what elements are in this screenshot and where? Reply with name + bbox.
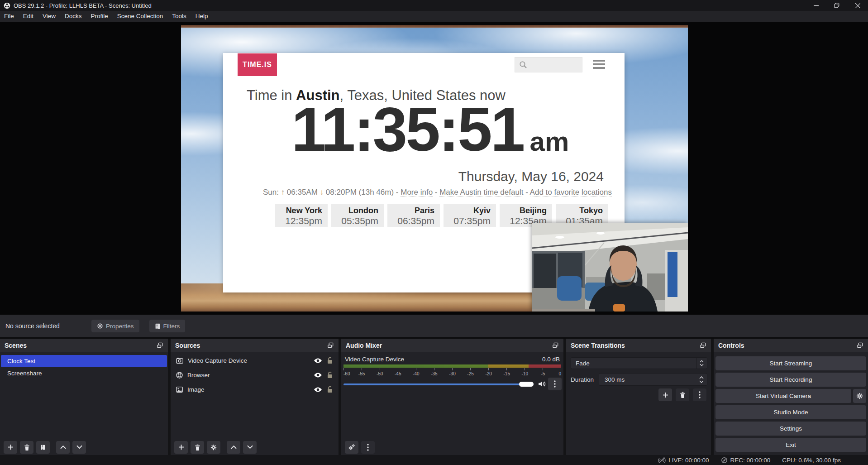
source-item-browser[interactable]: Browser [171, 368, 339, 382]
meter-scale: -60 -55 -50 -45 -40 -35 -30 -25 -20 -15 … [343, 371, 561, 377]
visibility-eye-icon[interactable] [314, 372, 322, 378]
volume-slider-handle[interactable] [519, 382, 534, 387]
menu-help[interactable]: Help [191, 11, 213, 22]
settings-button[interactable]: Settings [715, 422, 866, 436]
preview-workspace: TIME.IS Time in Austin, Texas, United St… [0, 22, 868, 315]
duration-spin-arrows[interactable] [696, 376, 707, 383]
desert-top-edge [181, 25, 688, 28]
menu-edit[interactable]: Edit [19, 11, 38, 22]
obs-window: OBS 29.1.2 - Profile: LLHLS BETA - Scene… [0, 0, 868, 465]
popout-icon[interactable] [552, 342, 559, 349]
source-move-up-button[interactable] [227, 441, 240, 454]
lock-icon[interactable] [327, 357, 333, 364]
scene-item-screenshare[interactable]: Screenshare [1, 367, 167, 379]
more-info-link[interactable]: More info [401, 188, 433, 197]
popout-icon[interactable] [157, 342, 163, 349]
audio-mixer-panel: Audio Mixer Video Capture Device 0.0 dB … [341, 339, 563, 455]
webcam-overlay[interactable] [532, 223, 688, 312]
make-default-link[interactable]: Make Austin time default [439, 188, 523, 197]
source-item-image[interactable]: Image [171, 382, 339, 397]
city-time-box[interactable]: Kyiv 07:35pm [444, 204, 496, 227]
minimize-button[interactable] [806, 0, 826, 11]
sources-panel: Sources Video Capture Device [171, 339, 339, 455]
remove-source-button[interactable] [191, 441, 204, 454]
start-virtual-camera-button[interactable]: Start Virtual Camera [715, 389, 851, 403]
menu-scene-collection[interactable]: Scene Collection [113, 11, 167, 22]
search-icon [519, 61, 527, 69]
menu-tools[interactable]: Tools [167, 11, 191, 22]
scene-filters-button[interactable] [36, 441, 50, 454]
city-time-box[interactable]: London 05:35pm [331, 204, 384, 227]
advanced-audio-button[interactable] [345, 441, 358, 454]
controls-title: Controls [718, 342, 744, 349]
lock-icon[interactable] [327, 371, 333, 379]
camera-icon [176, 358, 183, 364]
close-button[interactable] [847, 0, 868, 11]
volume-slider[interactable] [343, 384, 534, 385]
exit-button[interactable]: Exit [715, 438, 866, 452]
source-move-down-button[interactable] [243, 441, 257, 454]
menu-view[interactable]: View [38, 11, 60, 22]
scene-move-down-button[interactable] [72, 441, 86, 454]
record-inactive-icon [721, 457, 728, 464]
volume-meter: -60 -55 -50 -45 -40 -35 -30 -25 -20 -15 … [343, 364, 561, 377]
popout-icon[interactable] [700, 342, 706, 349]
filters-icon [155, 323, 161, 330]
mixer-options-button[interactable] [548, 378, 562, 390]
transition-options-button[interactable] [693, 388, 706, 401]
transition-select[interactable]: Fade [571, 357, 707, 369]
clock-meridiem: am [530, 126, 569, 157]
studio-mode-button[interactable]: Studio Mode [715, 405, 866, 419]
scene-move-up-button[interactable] [56, 441, 70, 454]
audio-mixer-title: Audio Mixer [346, 342, 382, 349]
source-item-video-capture[interactable]: Video Capture Device [171, 353, 339, 368]
start-recording-button[interactable]: Start Recording [715, 373, 866, 387]
search-input[interactable] [530, 61, 580, 68]
menu-docks[interactable]: Docks [60, 11, 86, 22]
popout-icon[interactable] [857, 342, 863, 349]
city-time-box[interactable]: New York 12:35pm [275, 204, 328, 227]
sources-toolbar [171, 439, 339, 455]
speaker-icon[interactable] [538, 380, 546, 388]
add-transition-button[interactable] [658, 388, 672, 401]
scene-transitions-title: Scene Transitions [571, 342, 625, 349]
timeis-search-box[interactable] [515, 57, 582, 72]
restore-button[interactable] [826, 0, 847, 11]
virtual-camera-settings-button[interactable] [853, 389, 866, 403]
scenes-toolbar [0, 439, 168, 455]
start-streaming-button[interactable]: Start Streaming [715, 356, 866, 370]
add-favorite-link[interactable]: Add to favorite locations [530, 188, 612, 197]
program-preview[interactable]: TIME.IS Time in Austin, Texas, United St… [181, 25, 688, 312]
lock-icon[interactable] [327, 386, 333, 393]
menu-bar: File Edit View Docks Profile Scene Colle… [0, 11, 868, 22]
add-source-button[interactable] [174, 441, 188, 454]
transition-select-arrows[interactable] [696, 358, 707, 369]
duration-label: Duration [571, 376, 599, 383]
live-time: LIVE: 00:00:00 [668, 457, 709, 464]
visibility-eye-icon[interactable] [314, 358, 322, 364]
mixer-toolbar [341, 439, 563, 455]
menu-file[interactable]: File [0, 11, 19, 22]
source-status-text: No source selected [5, 322, 91, 330]
mixer-menu-button[interactable] [361, 441, 375, 454]
add-scene-button[interactable] [4, 441, 17, 454]
controls-panel: Controls Start Streaming Start Recording… [714, 339, 868, 455]
timeis-logo: TIME.IS [238, 53, 277, 76]
popout-icon[interactable] [327, 342, 334, 349]
gear-icon [97, 323, 103, 329]
city-time-box[interactable]: Paris 06:35pm [387, 204, 440, 227]
visibility-eye-icon[interactable] [314, 387, 322, 393]
source-properties-button[interactable] [207, 441, 220, 454]
menu-profile[interactable]: Profile [86, 11, 113, 22]
properties-button[interactable]: Properties [91, 320, 139, 332]
remove-transition-button[interactable] [676, 388, 689, 401]
scene-item-clock-test[interactable]: Clock Test [1, 355, 167, 367]
audio-mixer-header: Audio Mixer [341, 339, 563, 352]
duration-spinbox[interactable]: 300 ms [599, 373, 707, 386]
obs-logo-icon [4, 2, 10, 9]
remove-scene-button[interactable] [20, 441, 33, 454]
filters-button[interactable]: Filters [149, 320, 186, 332]
sources-panel-header: Sources [171, 339, 339, 352]
hamburger-menu-icon[interactable] [593, 60, 605, 69]
mixer-channel-name: Video Capture Device [345, 356, 404, 363]
